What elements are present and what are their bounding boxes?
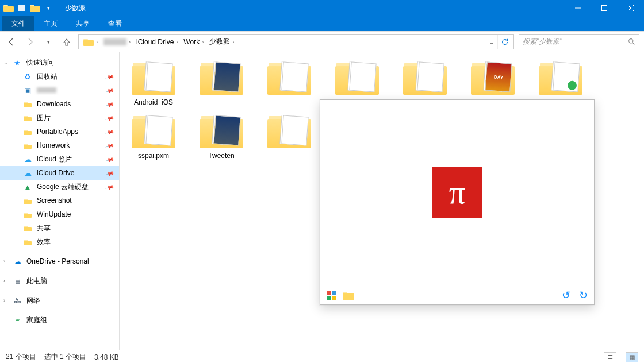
folder-thumb: DAY [469, 59, 517, 96]
sidebar-item-label: 共享 [37, 223, 51, 233]
minimize-button[interactable] [565, 0, 591, 16]
file-list[interactable]: Android_iOSDAYp DayLoopbacksspai.pxmTwee… [120, 52, 644, 350]
tab-file[interactable]: 文件 [2, 16, 34, 31]
sidebar-item-6[interactable]: ☁iCloud 照片📌 [0, 152, 119, 166]
file-item-8[interactable]: Tweeten [191, 110, 252, 188]
navigation-pane[interactable]: ⌄ ★ 快速访问 ♻回收站📌▣📌Downloads📌图片📌PortableApp… [0, 52, 120, 350]
recycle-icon: ♻ [23, 72, 32, 81]
svg-rect-0 [18, 5, 25, 11]
sidebar-item-label: iCloud 照片 [37, 155, 72, 164]
nav-onedrive[interactable]: › ☁ OneDrive - Personal [0, 254, 119, 268]
pin-icon: 📌 [105, 99, 114, 109]
search-input[interactable]: 搜索"少数派" [519, 34, 639, 49]
status-bar: 21 个项目 选中 1 个项目 3.48 KB ☰ ▦ [0, 350, 644, 363]
sidebar-item-label: PortableApps [37, 128, 78, 136]
file-item-1[interactable] [191, 57, 252, 109]
preview-app-icon[interactable] [325, 289, 338, 302]
sidebar-item-label: iCloud Drive [37, 169, 74, 177]
rotate-ccw-button[interactable]: ↺ [559, 289, 572, 302]
breadcrumb-seg-4[interactable]: 少数派› [207, 35, 236, 49]
back-button[interactable] [5, 35, 18, 49]
preview-folder-icon[interactable] [342, 289, 355, 302]
qat-folder-icon[interactable] [2, 2, 15, 14]
sidebar-item-label: 图片 [37, 113, 51, 123]
window-title: 少数派 [65, 3, 86, 13]
tab-share[interactable]: 共享 [67, 16, 99, 31]
pin-icon: 📌 [105, 72, 114, 81]
preview-path-input[interactable] [362, 289, 555, 302]
sidebar-item-9[interactable]: Screenshot [0, 194, 119, 207]
sidebar-item-3[interactable]: 图片📌 [0, 111, 119, 125]
nav-this-pc[interactable]: › 🖥 此电脑 [0, 274, 119, 288]
qat-folder2-icon[interactable] [29, 2, 41, 14]
tab-view[interactable]: 查看 [99, 16, 131, 31]
breadcrumb-seg-3[interactable]: Work› [181, 35, 206, 49]
file-item-label: Tweeten [208, 152, 234, 160]
folder-icon [23, 237, 32, 246]
address-history-dropdown[interactable]: ⌄ [486, 35, 496, 49]
address-bar: ▾ › › iCloud Drive› Work› 少数派› ⌄ 搜索"少数派" [0, 32, 644, 52]
nav-homegroup[interactable]: ⚭ 家庭组 [0, 313, 119, 327]
forward-button[interactable] [23, 35, 37, 49]
pin-icon: 📌 [105, 86, 114, 95]
onedrive-icon: ☁ [13, 257, 22, 266]
status-selection: 选中 1 个项目 [44, 352, 86, 362]
breadcrumb-root[interactable]: › [81, 35, 100, 49]
folder-thumb [265, 113, 313, 149]
pin-icon: 📌 [105, 113, 114, 122]
sidebar-item-8[interactable]: ▲Google 云端硬盘📌 [0, 180, 119, 194]
sidebar-item-2[interactable]: Downloads📌 [0, 97, 119, 111]
sidebar-item-11[interactable]: 共享 [0, 221, 119, 235]
svg-rect-8 [332, 291, 336, 295]
sidebar-item-label: WinUpdate [37, 210, 71, 218]
folder-icon [23, 113, 32, 122]
recent-dropdown[interactable]: ▾ [41, 35, 55, 49]
breadcrumb-seg-2[interactable]: iCloud Drive› [134, 35, 180, 49]
folder-thumb [333, 59, 381, 96]
file-item-7[interactable]: sspai.pxm [123, 110, 184, 188]
file-item-0[interactable]: Android_iOS [123, 57, 184, 109]
refresh-button[interactable] [497, 35, 511, 49]
title-bar: ▾ 少数派 [0, 0, 644, 16]
sidebar-item-12[interactable]: 效率 [0, 235, 119, 249]
homegroup-icon: ⚭ [13, 315, 22, 325]
pc-icon: 🖥 [13, 276, 22, 285]
search-placeholder: 搜索"少数派" [523, 37, 562, 47]
file-item-label: sspai.pxm [138, 152, 169, 160]
folder-thumb [536, 59, 585, 96]
breadcrumb-seg-1[interactable]: › [101, 35, 133, 49]
file-item-label: Android_iOS [134, 98, 173, 107]
file-item-9[interactable] [259, 110, 320, 188]
network-icon: 🖧 [13, 296, 22, 305]
sidebar-item-1[interactable]: ▣📌 [0, 83, 119, 97]
preview-overlay: π ↺ ↻ [320, 99, 595, 305]
folder-icon [23, 99, 32, 109]
sidebar-item-4[interactable]: PortableApps📌 [0, 125, 119, 138]
sidebar-item-label: 回收站 [37, 72, 57, 82]
nav-quick-access[interactable]: ⌄ ★ 快速访问 [0, 56, 119, 69]
file-item-2[interactable] [259, 57, 320, 109]
nav-network[interactable]: › 🖧 网络 [0, 294, 119, 307]
cloud-icon: ☁ [23, 155, 32, 164]
sidebar-item-5[interactable]: Homework📌 [0, 138, 119, 152]
view-details-button[interactable]: ☰ [604, 352, 616, 362]
view-icons-button[interactable]: ▦ [626, 352, 638, 362]
qat-item-icon[interactable] [16, 2, 28, 14]
close-button[interactable] [618, 0, 644, 16]
pin-icon: 📌 [105, 141, 114, 150]
sidebar-item-label: Screenshot [37, 196, 72, 204]
sidebar-item-10[interactable]: WinUpdate [0, 207, 119, 221]
breadcrumb[interactable]: › › iCloud Drive› Work› 少数派› ⌄ [78, 34, 514, 49]
star-icon: ★ [13, 58, 22, 67]
tab-home[interactable]: 主页 [34, 16, 67, 31]
folder-thumb [129, 113, 178, 149]
preview-canvas: π [320, 100, 594, 285]
up-button[interactable] [60, 35, 74, 49]
qat-overflow-icon[interactable]: ▾ [42, 2, 55, 14]
sidebar-item-7[interactable]: ☁iCloud Drive📌 [0, 166, 119, 180]
maximize-button[interactable] [591, 0, 618, 16]
ribbon-tabs: 文件 主页 共享 查看 [0, 16, 644, 31]
rotate-cw-button[interactable]: ↻ [577, 289, 589, 302]
sidebar-item-0[interactable]: ♻回收站📌 [0, 69, 119, 83]
main-area: ⌄ ★ 快速访问 ♻回收站📌▣📌Downloads📌图片📌PortableApp… [0, 52, 644, 350]
